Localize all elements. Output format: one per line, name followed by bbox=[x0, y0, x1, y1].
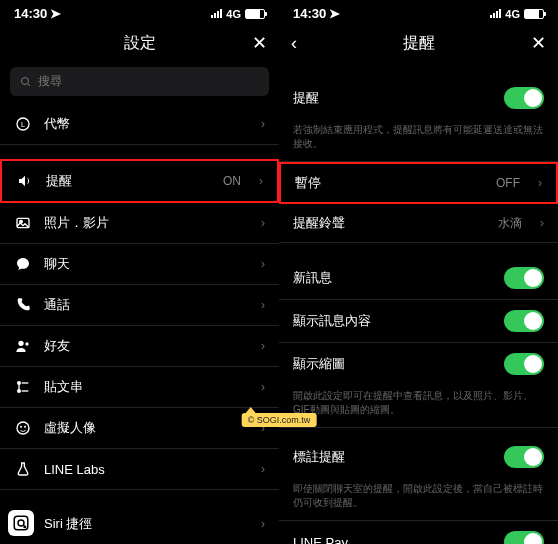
svg-point-14 bbox=[20, 426, 22, 428]
row-label: Siri 捷徑 bbox=[44, 515, 243, 533]
toggle-switch[interactable] bbox=[504, 353, 544, 375]
net-label: 4G bbox=[226, 8, 241, 20]
row-pause[interactable]: 暫停 OFF › bbox=[279, 162, 558, 204]
page-title: 設定 bbox=[124, 33, 156, 54]
svg-point-25 bbox=[23, 525, 26, 528]
page-title: 提醒 bbox=[403, 33, 435, 54]
row-label: 虛擬人像 bbox=[44, 419, 243, 437]
back-icon[interactable]: ‹ bbox=[291, 33, 297, 54]
row-label: 聊天 bbox=[44, 255, 243, 273]
location-icon: ➤ bbox=[50, 6, 61, 21]
chevron-right-icon: › bbox=[261, 462, 265, 476]
row-call[interactable]: 通話 › bbox=[0, 285, 279, 326]
row-showsticker[interactable]: 顯示縮圖 bbox=[279, 343, 558, 385]
toggle-switch[interactable] bbox=[504, 446, 544, 468]
toggle-switch[interactable] bbox=[504, 87, 544, 109]
row-desc: 開啟此設定即可在提醒中查看訊息，以及照片、影片、GIF動圖與貼圖的縮圖。 bbox=[279, 385, 558, 428]
location-icon: ➤ bbox=[329, 6, 340, 21]
signal-icon bbox=[211, 9, 222, 18]
row-label: 貼文串 bbox=[44, 378, 243, 396]
clock: 14:30 bbox=[293, 6, 326, 21]
row-value: 水滴 bbox=[498, 215, 522, 232]
battery-icon bbox=[524, 9, 544, 19]
chevron-right-icon: › bbox=[261, 298, 265, 312]
row-notify[interactable]: 提醒 ON › bbox=[0, 159, 279, 203]
watermark: © SOGI.com.tw bbox=[242, 413, 317, 427]
toggle-switch[interactable] bbox=[504, 267, 544, 289]
row-label: 新訊息 bbox=[293, 269, 492, 287]
row-labs[interactable]: LINE Labs › bbox=[0, 449, 279, 490]
timeline-icon bbox=[14, 378, 32, 396]
row-value: ON bbox=[223, 174, 241, 188]
chevron-right-icon: › bbox=[540, 216, 544, 230]
row-value: OFF bbox=[496, 176, 520, 190]
status-bar: 14:30➤ 4G bbox=[0, 0, 279, 23]
google-lens-button[interactable] bbox=[8, 510, 34, 536]
row-photo[interactable]: 照片．影片 › bbox=[0, 203, 279, 244]
chevron-right-icon: › bbox=[538, 176, 542, 190]
row-friend[interactable]: 好友 › bbox=[0, 326, 279, 367]
svg-point-0 bbox=[22, 77, 29, 84]
row-ringtone[interactable]: 提醒鈴聲 水滴 › bbox=[279, 204, 558, 243]
chevron-right-icon: › bbox=[261, 517, 265, 531]
row-mention[interactable]: 標註提醒 bbox=[279, 436, 558, 478]
row-label: 顯示訊息內容 bbox=[293, 312, 492, 330]
clock: 14:30 bbox=[14, 6, 47, 21]
row-showmsg[interactable]: 顯示訊息內容 bbox=[279, 300, 558, 343]
row-label: 通話 bbox=[44, 296, 243, 314]
nav-bar: 設定 ✕ bbox=[0, 23, 279, 63]
flask-icon bbox=[14, 460, 32, 478]
image-icon bbox=[14, 214, 32, 232]
coin-icon: L bbox=[14, 115, 32, 133]
chevron-right-icon: › bbox=[261, 380, 265, 394]
signal-icon bbox=[490, 9, 501, 18]
avatar-icon bbox=[14, 419, 32, 437]
svg-point-13 bbox=[17, 422, 29, 434]
search-input[interactable]: 搜尋 bbox=[10, 67, 269, 96]
net-label: 4G bbox=[505, 8, 520, 20]
svg-point-9 bbox=[18, 390, 21, 393]
row-chat[interactable]: 聊天 › bbox=[0, 244, 279, 285]
row-newmsg[interactable]: 新訊息 bbox=[279, 257, 558, 300]
search-placeholder: 搜尋 bbox=[38, 73, 62, 90]
row-label: 照片．影片 bbox=[44, 214, 243, 232]
row-notify-toggle[interactable]: 提醒 bbox=[279, 77, 558, 119]
row-label: 代幣 bbox=[44, 115, 243, 133]
row-label: 提醒 bbox=[293, 89, 492, 107]
row-label: LINE Pay bbox=[293, 535, 492, 545]
toggle-switch[interactable] bbox=[504, 531, 544, 544]
svg-point-24 bbox=[18, 520, 24, 526]
chevron-right-icon: › bbox=[261, 117, 265, 131]
row-desc: 即使關閉聊天室的提醒，開啟此設定後，當自己被標註時仍可收到提醒。 bbox=[279, 478, 558, 521]
svg-point-6 bbox=[18, 341, 23, 346]
nav-bar: ‹ 提醒 ✕ bbox=[279, 23, 558, 63]
row-siri[interactable]: Siri 捷徑 › bbox=[0, 504, 279, 544]
close-icon[interactable]: ✕ bbox=[252, 32, 267, 54]
row-label: 暫停 bbox=[295, 174, 484, 192]
row-linepay[interactable]: LINE Pay bbox=[279, 521, 558, 544]
battery-icon bbox=[245, 9, 265, 19]
speaker-icon bbox=[16, 172, 34, 190]
chevron-right-icon: › bbox=[261, 257, 265, 271]
svg-line-1 bbox=[28, 83, 31, 86]
toggle-switch[interactable] bbox=[504, 310, 544, 332]
chat-icon bbox=[14, 255, 32, 273]
svg-text:L: L bbox=[21, 120, 25, 129]
row-avatar[interactable]: 虛擬人像 › bbox=[0, 408, 279, 449]
row-proxy[interactable]: L 代幣 › bbox=[0, 104, 279, 145]
row-timeline[interactable]: 貼文串 › bbox=[0, 367, 279, 408]
chevron-right-icon: › bbox=[259, 174, 263, 188]
row-label: 提醒鈴聲 bbox=[293, 214, 486, 232]
row-label: 提醒 bbox=[46, 172, 211, 190]
close-icon[interactable]: ✕ bbox=[531, 32, 546, 54]
chevron-right-icon: › bbox=[261, 216, 265, 230]
svg-point-15 bbox=[24, 426, 26, 428]
row-label: LINE Labs bbox=[44, 462, 243, 477]
phone-icon bbox=[14, 296, 32, 314]
svg-point-7 bbox=[25, 342, 28, 345]
chevron-right-icon: › bbox=[261, 339, 265, 353]
row-label: 好友 bbox=[44, 337, 243, 355]
row-label: 顯示縮圖 bbox=[293, 355, 492, 373]
search-icon bbox=[20, 76, 32, 88]
row-desc: 若強制結束應用程式，提醒訊息將有可能延遲送達或無法接收。 bbox=[279, 119, 558, 162]
